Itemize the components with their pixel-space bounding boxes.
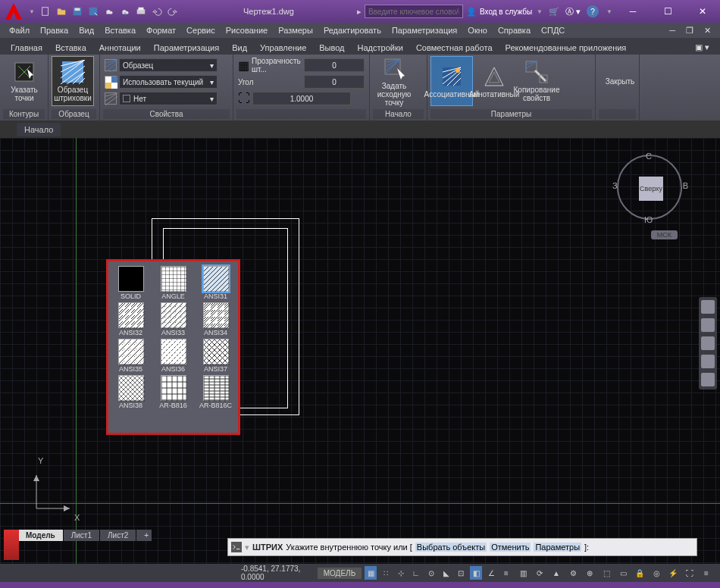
save-icon[interactable] xyxy=(70,4,85,19)
3dosnap-toggle[interactable]: ◧ xyxy=(470,566,482,580)
set-origin-button[interactable]: Задать исходную точку xyxy=(373,56,415,106)
pattern-ansi37[interactable]: ANSI37 xyxy=(196,339,236,373)
cleanscreen-toggle[interactable]: ⛶ xyxy=(682,566,697,580)
isodraft-toggle[interactable]: ◣ xyxy=(440,566,452,580)
tab-parametric[interactable]: Параметризация xyxy=(148,41,225,55)
units-toggle[interactable]: ⬚ xyxy=(599,566,614,580)
angle-input[interactable] xyxy=(304,75,365,89)
osnap-toggle[interactable]: ⊡ xyxy=(455,566,467,580)
cycling-toggle[interactable]: ⟳ xyxy=(532,566,547,580)
menu-spds[interactable]: СПДС xyxy=(537,24,569,36)
lineweight-toggle[interactable]: ≡ xyxy=(500,566,512,580)
cmd-option-select[interactable]: Выбрать объекты xyxy=(415,543,487,552)
isolate-toggle[interactable]: ◎ xyxy=(649,566,664,580)
transparency-input[interactable] xyxy=(304,58,365,72)
menu-dimension[interactable]: Размеры xyxy=(274,24,318,36)
menu-tools[interactable]: Сервис xyxy=(182,24,220,36)
tab-manage[interactable]: Управление xyxy=(254,41,312,55)
wcs-label[interactable]: МСК xyxy=(651,230,678,239)
pattern-ansi35[interactable]: ANSI35 xyxy=(111,339,151,373)
transparency-toggle[interactable]: ▥ xyxy=(515,566,531,580)
drawing-area[interactable]: SOLID ANGLE ANSI31 ANSI32 ANSI33 ANSI34 … xyxy=(0,138,720,564)
search-caret-icon[interactable]: ▸ xyxy=(357,7,362,17)
command-line[interactable]: ▾ ШТРИХ Укажите внутреннюю точку или [ В… xyxy=(227,538,697,556)
tab-collab[interactable]: Совместная работа xyxy=(410,41,499,55)
menu-insert[interactable]: Вставка xyxy=(100,24,140,36)
tab-annotate[interactable]: Аннотации xyxy=(93,41,147,55)
nav-showmotion-icon[interactable] xyxy=(701,373,715,386)
plot-icon[interactable] xyxy=(133,4,149,19)
file-tab-start[interactable]: Начало xyxy=(17,123,61,136)
scale-input[interactable] xyxy=(252,92,351,105)
viewcube[interactable]: Сверху С З В Ю xyxy=(617,155,682,220)
redo-icon[interactable] xyxy=(165,4,180,19)
cloud-save-icon[interactable] xyxy=(117,4,133,19)
layout-model[interactable]: Модель xyxy=(18,530,63,541)
tab-featured[interactable]: Рекомендованные приложения xyxy=(499,41,633,55)
menu-format[interactable]: Формат xyxy=(142,24,180,36)
cmd-option-undo[interactable]: Отменить xyxy=(490,543,531,552)
annomonitor-toggle[interactable]: ⊕ xyxy=(582,566,597,580)
undo-icon[interactable] xyxy=(149,4,164,19)
close-hatch-button[interactable]: Закрыть xyxy=(599,56,641,106)
doc-close-button[interactable]: ✕ xyxy=(700,24,715,37)
pattern-ansi33[interactable]: ANSI33 xyxy=(154,302,193,336)
cmd-option-settings[interactable]: Параметры xyxy=(534,543,581,552)
menu-draw[interactable]: Рисование xyxy=(221,24,272,36)
doc-restore-button[interactable]: ❐ xyxy=(681,24,698,37)
hardware-accel-toggle[interactable]: ⚡ xyxy=(665,566,681,580)
pattern-ansi36[interactable]: ANSI36 xyxy=(154,339,193,373)
left-scroll-arrow[interactable] xyxy=(4,530,19,560)
menu-modify[interactable]: Редактировать xyxy=(319,24,386,36)
model-space-button[interactable]: МОДЕЛЬ xyxy=(318,568,362,579)
pattern-arb816c[interactable]: AR-B816C xyxy=(196,375,236,409)
panel-pattern[interactable]: Образец xyxy=(52,109,96,119)
hatch-color-select[interactable]: Использовать текущий▾ xyxy=(119,75,218,89)
doc-minimize-button[interactable]: ─ xyxy=(665,24,680,37)
panel-contours[interactable]: Контуры xyxy=(3,109,45,119)
pattern-angle[interactable]: ANGLE xyxy=(154,266,193,300)
layout-1[interactable]: Лист1 xyxy=(64,530,99,541)
pattern-ansi34[interactable]: ANSI34 xyxy=(196,302,236,336)
new-icon[interactable] xyxy=(38,4,53,19)
nav-orbit-icon[interactable] xyxy=(701,355,715,368)
open-icon[interactable] xyxy=(54,4,69,19)
hatch-bg-select[interactable]: Нет▾ xyxy=(119,92,218,105)
cart-icon[interactable]: 🛒 xyxy=(549,7,559,17)
nav-wheel-icon[interactable] xyxy=(701,300,715,314)
nav-zoom-icon[interactable] xyxy=(701,336,715,350)
menu-parametric[interactable]: Параметризация xyxy=(387,24,462,36)
quickprops-toggle[interactable]: ▭ xyxy=(615,566,631,580)
annotative-button[interactable]: Аннотативный xyxy=(473,56,515,106)
viewcube-face-top[interactable]: Сверху xyxy=(639,177,663,201)
snap-toggle[interactable]: ∷ xyxy=(380,566,392,580)
login-icon[interactable]: 👤 xyxy=(466,7,477,17)
menu-help[interactable]: Справка xyxy=(493,24,535,36)
pattern-arb816[interactable]: AR-B816 xyxy=(154,375,193,409)
pattern-ansi31[interactable]: ANSI31 xyxy=(196,266,236,300)
menu-view[interactable]: Вид xyxy=(74,24,99,36)
minimize-button[interactable]: ─ xyxy=(615,0,650,23)
cloud-open-icon[interactable] xyxy=(102,4,117,19)
associative-button[interactable]: Ассоциативный xyxy=(430,56,473,106)
autodesk-app-icon[interactable]: Ⓐ ▾ xyxy=(565,6,581,17)
help-icon[interactable]: ? xyxy=(587,5,599,17)
panel-options[interactable]: Параметры xyxy=(430,109,592,119)
tab-expand-icon[interactable]: ▣ ▾ xyxy=(689,40,715,55)
saveas-icon[interactable] xyxy=(86,4,101,19)
tab-home[interactable]: Главная xyxy=(5,41,49,55)
layout-add-button[interactable]: + xyxy=(136,530,152,541)
tab-output[interactable]: Вывод xyxy=(313,41,350,55)
annoscale-toggle[interactable]: ▲ xyxy=(549,566,564,580)
menu-edit[interactable]: Правка xyxy=(36,24,73,36)
pattern-solid[interactable]: SOLID xyxy=(111,266,151,300)
layout-2[interactable]: Лист2 xyxy=(100,530,136,541)
grid-toggle[interactable]: ▦ xyxy=(365,566,377,580)
infer-toggle[interactable]: ⊹ xyxy=(395,566,407,580)
panel-origin[interactable]: Начало xyxy=(373,109,424,119)
pick-points-button[interactable]: Указать точки xyxy=(3,56,45,106)
maximize-button[interactable]: ☐ xyxy=(650,0,685,23)
workspace-toggle[interactable]: ⚙ xyxy=(565,566,581,580)
match-props-button[interactable]: Копирование свойств xyxy=(515,56,558,106)
polar-toggle[interactable]: ⊙ xyxy=(425,566,437,580)
